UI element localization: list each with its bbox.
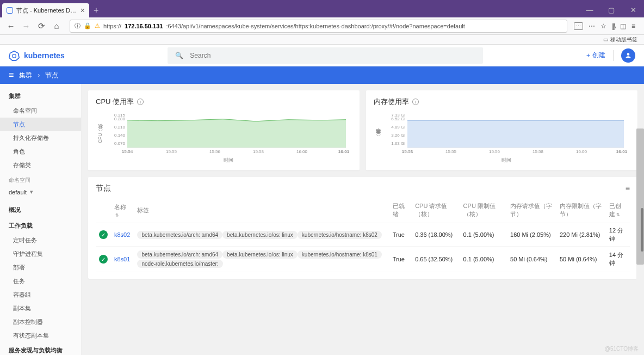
col-cpu-lim: CPU 限制值（核） <box>460 198 507 223</box>
sidebar-item-roles[interactable]: 角色 <box>0 145 81 158</box>
node-link[interactable]: k8s01 <box>114 256 130 262</box>
svg-text:15:55: 15:55 <box>166 149 177 154</box>
browser-tab[interactable]: 节点 - Kubernetes Dashboard × <box>2 3 89 17</box>
close-window-button[interactable]: ✕ <box>622 2 644 17</box>
col-name[interactable]: 名称⇅ <box>111 198 134 223</box>
sidebar-group-workload[interactable]: 工作负载 <box>0 218 81 234</box>
svg-text:15:58: 15:58 <box>532 149 544 154</box>
lock-icon: 🔒 <box>84 22 91 29</box>
cell-mem-lim: 50 Mi (0.64%) <box>556 247 606 272</box>
sidebar-item-pv[interactable]: 持久化存储卷 <box>0 131 81 145</box>
new-tab-button[interactable]: + <box>89 3 103 17</box>
url-bar[interactable]: ⓘ 🔒 ⚠ https://172.16.50.131:6443/api/v1/… <box>70 20 567 33</box>
sidebar-item-pod[interactable]: 容器组 <box>0 288 81 302</box>
sidebar-icon[interactable]: ◫ <box>620 22 626 30</box>
back-button[interactable]: ← <box>4 20 17 33</box>
col-created[interactable]: 已创建⇅ <box>606 198 630 223</box>
svg-text:15:58: 15:58 <box>253 149 264 154</box>
divider <box>613 50 614 61</box>
breadcrumb-bar: ≡ 集群 › 节点 <box>0 66 644 84</box>
sidebar-item-nodes[interactable]: 节点 <box>0 118 81 131</box>
breadcrumb-root[interactable]: 集群 <box>19 71 32 80</box>
user-icon <box>624 52 632 59</box>
maximize-button[interactable]: ▢ <box>600 2 622 17</box>
memory-chart: 7.33 Gi 6.52 Gi 4.89 Gi 3.26 Gi 1.63 Gi … <box>383 112 630 156</box>
cell-mem-req: 160 Mi (2.05%) <box>507 223 556 247</box>
cell-cpu-req: 0.65 (32.50%) <box>412 247 460 272</box>
cell-created: 14 分钟 <box>606 247 630 272</box>
search-box[interactable]: 🔍 <box>168 47 483 64</box>
sidebar: 集群 命名空间 节点 持久化存储卷 角色 存储类 命名空间 default ▾ … <box>0 84 82 355</box>
sidebar-item-namespaces[interactable]: 命名空间 <box>0 104 81 118</box>
sidebar-item-replicaset[interactable]: 副本集 <box>0 302 81 315</box>
create-label: 创建 <box>592 51 605 60</box>
search-input[interactable] <box>190 52 475 59</box>
memory-chart-card: 内存使用率 i 内存（字节） 7.33 Gi 6.52 Gi 4.89 Gi 3… <box>366 90 637 170</box>
kubernetes-favicon <box>7 7 13 14</box>
sidebar-namespace-label: 命名空间 <box>0 172 81 185</box>
url-prefix: https:// <box>103 23 121 29</box>
svg-text:15:54: 15:54 <box>122 149 133 154</box>
cpu-xlabel: 时间 <box>105 157 352 164</box>
node-link[interactable]: k8s02 <box>114 231 130 238</box>
svg-marker-22 <box>407 120 624 148</box>
col-mem-req: 内存请求值（字节） <box>507 198 556 223</box>
svg-text:16:01: 16:01 <box>616 149 628 154</box>
svg-text:16:00: 16:00 <box>296 149 308 154</box>
mobile-bookmarks-icon[interactable]: ▭ <box>603 36 608 42</box>
cpu-chart-card: CPU 使用率 i CPU（核） 0.315 0.280 0.210 0.140… <box>88 90 360 170</box>
menu-icon[interactable]: ≡ <box>631 22 635 30</box>
bookmark-icon[interactable]: ☆ <box>600 22 606 30</box>
namespace-select[interactable]: default ▾ <box>9 186 72 198</box>
sidebar-item-cronjob[interactable]: 定时任务 <box>0 234 81 247</box>
close-icon[interactable]: × <box>81 6 85 15</box>
svg-text:3.26 Gi: 3.26 Gi <box>391 133 405 138</box>
home-button[interactable]: ⌂ <box>50 20 63 33</box>
create-button[interactable]: + 创建 <box>586 51 605 60</box>
col-ready: 已就绪 <box>389 198 412 223</box>
sidebar-item-deployment[interactable]: 部署 <box>0 261 81 274</box>
sidebar-item-rc[interactable]: 副本控制器 <box>0 315 81 329</box>
hamburger-icon[interactable]: ≡ <box>9 70 14 80</box>
more-icon[interactable]: ⋯ <box>589 22 595 30</box>
reader-icon[interactable]: ⋯ <box>574 22 583 30</box>
info-icon[interactable]: i <box>412 99 419 105</box>
svg-text:16:01: 16:01 <box>338 149 350 154</box>
sidebar-group-overview[interactable]: 概况 <box>0 202 81 218</box>
app-logo[interactable]: kubernetes <box>9 50 65 61</box>
library-icon[interactable]: |||\ <box>612 22 615 30</box>
watermark: @51CTO博客 <box>605 345 639 353</box>
sidebar-item-storageclass[interactable]: 存储类 <box>0 158 81 172</box>
toolbar-right: ⋯ ⋯ ☆ |||\ ◫ ≡ <box>574 22 640 30</box>
cell-created: 12 分钟 <box>606 223 630 247</box>
cell-ready: True <box>389 223 412 247</box>
browser-titlebar: 节点 - Kubernetes Dashboard × + — ▢ ✕ <box>0 0 644 17</box>
forward-button[interactable]: → <box>20 20 33 33</box>
svg-marker-0 <box>9 51 19 60</box>
minimize-button[interactable]: — <box>579 2 600 17</box>
kubernetes-logo-icon <box>9 50 20 61</box>
page-scrollbar[interactable] <box>641 17 644 345</box>
sidebar-group-service[interactable]: 服务发现与负载均衡 <box>0 342 81 355</box>
user-menu-button[interactable] <box>621 48 635 63</box>
nodes-table-card: 节点 ≡ 名称⇅ 标签 已就绪 CPU 请求值（核） CPU 限制值（核） 内存… <box>88 177 637 279</box>
reload-button[interactable]: ⟳ <box>35 20 48 33</box>
info-icon[interactable]: i <box>137 99 144 105</box>
sidebar-item-daemonset[interactable]: 守护进程集 <box>0 247 81 261</box>
sidebar-group-cluster[interactable]: 集群 <box>0 88 81 104</box>
sidebar-item-job[interactable]: 任务 <box>0 274 81 288</box>
namespace-value: default <box>9 189 27 195</box>
cell-cpu-req: 0.36 (18.00%) <box>412 223 460 247</box>
cpu-ylabel: CPU（核） <box>96 112 105 164</box>
svg-marker-9 <box>127 119 346 148</box>
search-icon: 🔍 <box>175 52 183 59</box>
tab-title: 节点 - Kubernetes Dashboard <box>16 7 77 15</box>
cell-cpu-lim: 0.1 (5.00%) <box>460 247 507 272</box>
sidebar-item-statefulset[interactable]: 有状态副本集 <box>0 329 81 342</box>
filter-icon[interactable]: ≡ <box>626 184 630 193</box>
mobile-bookmarks-label[interactable]: 移动版书签 <box>610 36 637 44</box>
col-labels: 标签 <box>134 198 389 223</box>
page-scrollbar-thumb[interactable] <box>641 208 643 252</box>
svg-text:15:55: 15:55 <box>445 149 457 154</box>
app-header: kubernetes 🔍 + 创建 <box>0 45 644 66</box>
